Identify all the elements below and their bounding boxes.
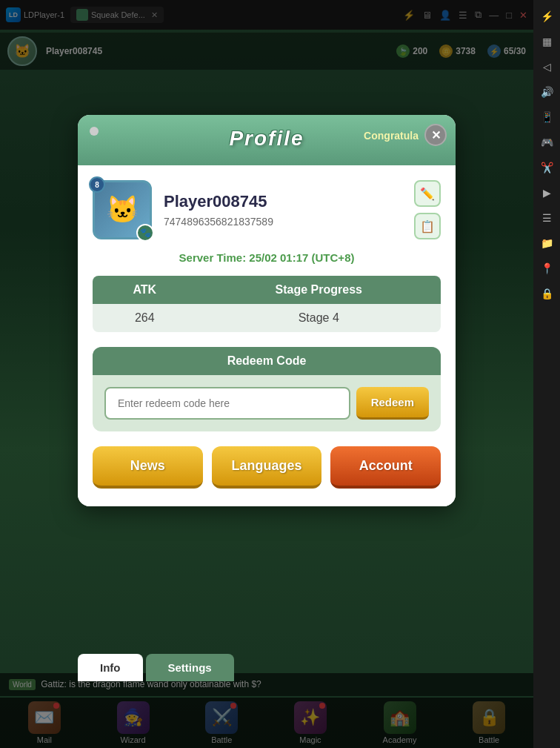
stats-table: ATK Stage Progress 264 Stage 4 <box>93 276 441 332</box>
modal-body: 🐱 8 🐾 Player008745 7474896356821837589 ✏… <box>78 165 456 506</box>
sidebar-icon-1[interactable]: ⚡ <box>536 6 557 27</box>
redeem-header: Redeem Code <box>93 347 441 375</box>
avatar-overlay-icon: 🐾 <box>136 224 154 242</box>
close-modal-button[interactable]: ✕ <box>424 124 447 146</box>
sidebar-icon-12[interactable]: 🔒 <box>536 283 557 304</box>
sidebar-icon-5[interactable]: 📱 <box>536 107 557 128</box>
sidebar-icon-9[interactable]: ☰ <box>536 208 557 228</box>
sidebar-icon-3[interactable]: ◁ <box>536 56 557 77</box>
congratula-text: Congratula <box>364 130 419 142</box>
sidebar-icon-7[interactable]: ✂️ <box>536 157 557 178</box>
edit-profile-button[interactable]: ✏️ <box>414 180 441 207</box>
sidebar-icon-6[interactable]: 🎮 <box>536 132 557 153</box>
player-id: 7474896356821837589 <box>164 216 402 228</box>
action-icons: ✏️ 📋 <box>414 180 441 239</box>
avatar-container: 🐱 8 🐾 <box>93 180 152 239</box>
redeem-section: Redeem Code Redeem <box>93 347 441 431</box>
right-sidebar: ⚡ ▦ ◁ 🔊 📱 🎮 ✂️ ▶ ☰ 📁 📍 🔒 <box>533 0 560 748</box>
modal-header: Profile Congratula ✕ <box>78 115 456 165</box>
profile-modal: Profile Congratula ✕ 🐱 8 🐾 Player008745 … <box>78 115 456 506</box>
sidebar-icon-4[interactable]: 🔊 <box>536 82 557 102</box>
sidebar-icon-2[interactable]: ▦ <box>536 31 557 52</box>
tab-info[interactable]: Info <box>78 654 143 681</box>
player-name-modal: Player008745 <box>164 192 402 211</box>
player-info-row: 🐱 8 🐾 Player008745 7474896356821837589 ✏… <box>93 180 441 239</box>
copy-id-button[interactable]: 📋 <box>414 213 441 239</box>
redeem-submit-button[interactable]: Redeem <box>356 387 429 420</box>
player-details: Player008745 7474896356821837589 <box>164 192 402 228</box>
sidebar-icon-8[interactable]: ▶ <box>536 182 557 203</box>
languages-button[interactable]: Languages <box>212 446 322 489</box>
tab-settings[interactable]: Settings <box>146 654 234 681</box>
redeem-body: Redeem <box>93 375 441 431</box>
sidebar-icon-10[interactable]: 📁 <box>536 233 557 254</box>
stats-header-stage: Stage Progress <box>197 276 441 304</box>
account-button[interactable]: Account <box>330 446 441 489</box>
stats-value-stage: Stage 4 <box>197 304 441 332</box>
stats-value-atk: 264 <box>93 304 197 332</box>
sidebar-icon-11[interactable]: 📍 <box>536 258 557 279</box>
modal-tabs: Info Settings <box>78 654 234 681</box>
bottom-buttons: News Languages Account <box>93 446 441 489</box>
stats-header-atk: ATK <box>93 276 197 304</box>
redeem-code-input[interactable] <box>104 387 350 420</box>
news-button[interactable]: News <box>93 446 203 489</box>
modal-dot <box>90 127 99 136</box>
server-time: Server Time: 25/02 01:17 (UTC+8) <box>93 251 441 264</box>
avatar-level-badge: 8 <box>89 176 105 193</box>
